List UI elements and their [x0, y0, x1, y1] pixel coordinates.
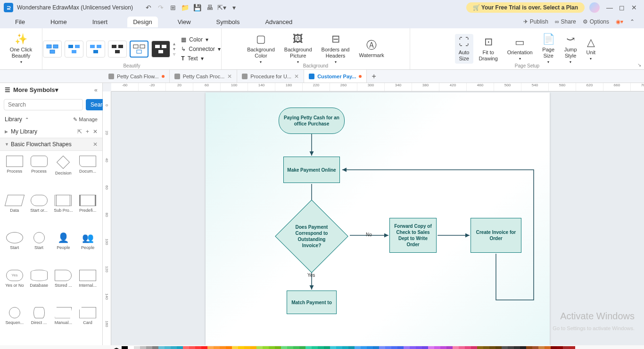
maximize-button[interactable]: ◻ — [616, 1, 628, 14]
save-button[interactable]: 💾 — [191, 1, 204, 14]
auto-size-button[interactable]: ⛶Auto Size — [455, 34, 473, 64]
menu-home[interactable]: Home — [45, 17, 73, 27]
color-swatch[interactable] — [299, 346, 305, 349]
section-expand-icon[interactable]: ▼ — [5, 142, 9, 147]
shape-yesno[interactable]: YesYes or No — [3, 270, 26, 303]
collapse-ribbon-icon[interactable]: ⌃ — [630, 18, 635, 25]
color-swatch[interactable] — [465, 346, 471, 349]
color-swatch[interactable] — [428, 346, 434, 349]
color-swatch[interactable] — [557, 346, 563, 349]
minimize-button[interactable]: — — [603, 1, 616, 14]
connector-dropdown[interactable]: ↳ Connector ▾ — [181, 46, 220, 52]
menu-advanced[interactable]: Advanced — [259, 17, 298, 27]
color-swatch[interactable] — [324, 346, 330, 349]
color-swatch[interactable] — [232, 346, 238, 349]
print-button[interactable]: 🖶 — [204, 1, 216, 14]
color-swatch[interactable] — [385, 346, 391, 349]
color-picker-icon[interactable]: ◀▶ — [113, 347, 120, 349]
color-swatch[interactable] — [410, 346, 416, 349]
color-swatch[interactable] — [183, 346, 189, 349]
theme-scroll[interactable]: ▴▾▿ — [173, 41, 175, 57]
color-swatch[interactable] — [238, 346, 244, 349]
flow-terminator-start[interactable]: Paying Petty Cash for an office Purchase — [279, 108, 345, 134]
import-lib-icon[interactable]: ⇱ — [77, 128, 82, 135]
background-color-button[interactable]: ▢Background Color▾ — [243, 31, 279, 66]
add-lib-icon[interactable]: + — [86, 128, 89, 135]
color-swatch[interactable] — [538, 346, 545, 349]
color-swatch[interactable] — [508, 346, 514, 349]
shape-rect[interactable]: Process — [3, 156, 26, 191]
shape-cyl[interactable]: Database — [27, 270, 51, 303]
export-button[interactable]: ⇱▾ — [216, 1, 228, 14]
page-setup-launcher-icon[interactable]: ↘ — [637, 62, 641, 67]
shape-trap[interactable]: Manual... — [52, 307, 75, 341]
canvas[interactable]: Paying Petty Cash for an office Purchase… — [111, 91, 644, 345]
flow-decision[interactable]: Does Payment Correspond to Outstanding I… — [275, 199, 348, 273]
color-swatch[interactable] — [495, 346, 502, 349]
shape-diamond[interactable]: Decision — [52, 156, 75, 191]
close-icon[interactable]: ✕ — [227, 73, 232, 80]
color-swatch[interactable] — [379, 346, 385, 349]
shape-circle[interactable]: Start — [27, 232, 51, 266]
more-symbols-dropdown[interactable]: More Symbols▾ — [13, 86, 58, 93]
shape-pill[interactable]: Start or... — [27, 195, 51, 228]
color-swatch[interactable] — [404, 346, 410, 349]
theme-2[interactable] — [65, 41, 83, 58]
shape-internal[interactable]: Internal... — [76, 270, 99, 303]
flow-process-forward[interactable]: Forward Copy of Check to Sales Dept to W… — [389, 218, 437, 253]
jump-style-button[interactable]: ⤻Jump Style▾ — [561, 31, 581, 66]
color-swatch[interactable] — [336, 346, 342, 349]
shape-subp[interactable]: Sub Pro... — [52, 195, 75, 228]
color-swatch[interactable] — [373, 346, 379, 349]
shape-doc[interactable]: Docum... — [76, 156, 99, 191]
shape-person1[interactable]: 👤People — [52, 232, 75, 266]
color-swatch[interactable] — [189, 346, 195, 349]
menu-file[interactable]: File — [9, 17, 31, 27]
color-swatch[interactable] — [453, 346, 459, 349]
color-swatch[interactable] — [140, 346, 146, 349]
color-swatch[interactable] — [330, 346, 336, 349]
color-swatch[interactable] — [520, 346, 526, 349]
one-click-beautify-button[interactable]: ✨ One Click Beautify ▾ — [6, 31, 36, 66]
text-dropdown[interactable]: T Text ▾ — [181, 55, 220, 62]
menu-view[interactable]: View — [172, 17, 197, 27]
new-tab-button[interactable]: + — [367, 72, 380, 81]
theme-1[interactable] — [43, 41, 62, 58]
color-swatch[interactable] — [158, 346, 165, 349]
color-swatch[interactable] — [459, 346, 465, 349]
color-swatch[interactable] — [446, 346, 453, 349]
color-swatch[interactable] — [502, 346, 508, 349]
shape-cyl2[interactable]: Direct ... — [27, 307, 51, 341]
open-button[interactable]: 📁 — [179, 1, 191, 14]
color-swatch[interactable] — [207, 346, 214, 349]
color-swatch[interactable] — [471, 346, 477, 349]
theme-5[interactable] — [130, 41, 149, 58]
color-swatch[interactable] — [152, 346, 158, 349]
color-swatch[interactable] — [293, 346, 299, 349]
borders-headers-button[interactable]: ⊟Borders and Headers▾ — [318, 31, 354, 66]
color-swatch[interactable] — [545, 346, 551, 349]
color-swatch[interactable] — [361, 346, 367, 349]
color-swatch[interactable] — [569, 346, 575, 349]
color-swatch[interactable] — [342, 346, 348, 349]
color-swatch[interactable] — [563, 346, 569, 349]
theme-6[interactable] — [151, 41, 170, 58]
redo-button[interactable]: ↷ — [155, 1, 167, 14]
color-swatch[interactable] — [214, 346, 220, 349]
shape-stored[interactable]: Stored ... — [52, 270, 75, 303]
color-swatch[interactable] — [434, 346, 440, 349]
color-swatch[interactable] — [397, 346, 404, 349]
color-swatch[interactable] — [122, 346, 128, 349]
shape-card[interactable]: Card — [76, 307, 99, 341]
tab-procedure[interactable]: Procedure for U...✕ — [237, 70, 304, 83]
tab-petty-cash-flow[interactable]: Petty Cash Flow... — [104, 70, 170, 83]
close-window-button[interactable]: ✕ — [628, 1, 640, 14]
color-swatch[interactable] — [355, 346, 361, 349]
unit-button[interactable]: △Unit▾ — [583, 34, 600, 63]
color-swatch[interactable] — [256, 346, 263, 349]
tab-petty-cash-proc[interactable]: Petty Cash Proc...✕ — [170, 70, 238, 83]
color-swatch[interactable] — [146, 346, 152, 349]
color-swatch[interactable] — [275, 346, 281, 349]
shape-rrect[interactable]: Process — [27, 156, 51, 191]
color-swatch[interactable] — [263, 346, 269, 349]
